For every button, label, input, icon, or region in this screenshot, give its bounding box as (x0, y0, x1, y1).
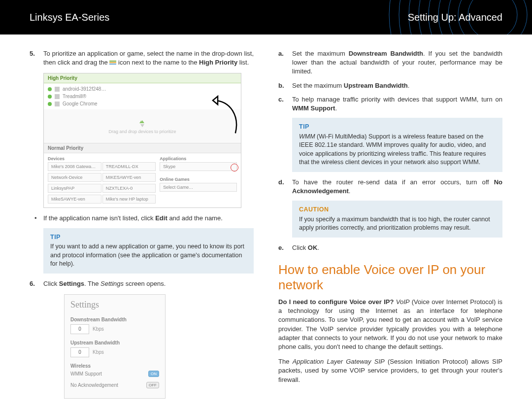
wmm-toggle: ON (148, 371, 159, 377)
substep-e: e. Click OK. (278, 243, 502, 252)
edit-circle-highlight (231, 164, 238, 171)
settings-title: Settings (70, 300, 159, 310)
upstream-input: 0 (70, 347, 89, 357)
noack-label: No Acknowledgement (70, 382, 118, 388)
substep-c: c. To help manage traffic priority with … (278, 95, 502, 113)
voip-paragraph-1: Do I need to configure Voice over IP? Vo… (278, 298, 502, 351)
device-cell: LinksysPAP (48, 184, 101, 193)
curved-arrow-icon (205, 92, 245, 142)
bullet-edit: If the application name isn't listed, cl… (30, 214, 254, 223)
voip-paragraph-2: The Application Layer Gateway SIP (Sessi… (278, 357, 502, 384)
normal-priority-header: Normal Priority (44, 143, 241, 153)
app-select: Skype (160, 162, 237, 171)
hp-row: android-3912f248… (44, 85, 241, 93)
device-cell: MikeSAWYE-ven (48, 195, 101, 204)
substep-a: a. Set the maximum Downstream Bandwidth.… (278, 49, 502, 76)
page-body: 5. To prioritize an application or game,… (0, 34, 532, 411)
device-cell: Mike's 2008 Gatewa… (48, 162, 101, 171)
settings-screenshot: Settings Downstream Bandwidth 0 Kbps Ups… (64, 294, 166, 399)
downstream-input: 0 (70, 324, 89, 334)
device-cell: MIKESAWYE-ven (102, 173, 156, 182)
left-column: 5. To prioritize an application or game,… (30, 49, 254, 405)
game-select: Select Game… (160, 183, 237, 192)
page-header: Linksys EA-Series Setting Up: Advanced (0, 0, 532, 34)
tip-box-wmm: TIP WMM (Wi-Fi MultiMedia) Support is a … (292, 118, 502, 172)
tip-box: TIP If you want to add a new application… (43, 228, 254, 274)
wmm-label: WMM Support (70, 371, 102, 377)
high-priority-header: High Priority (44, 73, 241, 83)
device-cell: NZXTLEXA-0 (102, 184, 156, 193)
priority-screenshot: High Priority android-3912f248… Treadmil… (43, 73, 241, 208)
header-right: Setting Up: Advanced (408, 12, 502, 23)
substep-b: b. Set the maximum Upstream Bandwidth. (278, 81, 502, 90)
device-cell: Network-Device (48, 173, 101, 182)
device-cell: TREADMILL-DX (102, 162, 156, 171)
noack-toggle: OFF (146, 382, 159, 388)
up-down-arrows-icon (136, 124, 148, 129)
step-5: 5. To prioritize an application or game,… (30, 49, 254, 67)
caution-box: CAUTION If you specify a maximum bandwid… (292, 201, 502, 238)
step-6: 6. Click Settings. The Settings screen o… (30, 279, 254, 288)
section-heading-voip: How to enable Voice over IP on your netw… (278, 262, 502, 293)
header-left: Linksys EA-Series (30, 12, 109, 23)
right-column: a. Set the maximum Downstream Bandwidth.… (278, 49, 502, 405)
priority-bars-icon (109, 61, 116, 66)
device-cell: Mike's new HP laptop (102, 195, 156, 204)
substep-d: d. To have the router re-send data if an… (278, 178, 502, 196)
